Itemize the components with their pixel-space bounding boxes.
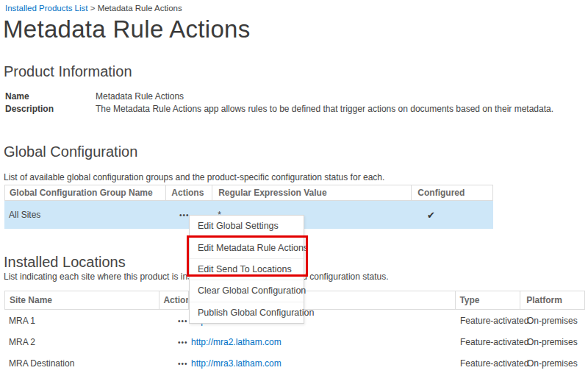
global-configuration-table-header: Global Configuration Group Name Actions …	[4, 185, 493, 201]
product-description-row: DescriptionThe Metadata Rule Actions app…	[5, 104, 553, 114]
actions-context-menu: Edit Global Settings Edit Metadata Rule …	[189, 215, 304, 324]
breadcrumb-separator: >	[88, 4, 98, 13]
type-cell: Feature-activated	[456, 358, 521, 369]
menu-item-edit-metadata-rule-actions[interactable]: Edit Metadata Rule Actions	[190, 236, 304, 258]
table-row-mra-2: MRA 2 ••• http://mra2.latham.com Feature…	[4, 331, 585, 352]
header-platform: Platform	[520, 291, 584, 309]
site-name-cell: MRA 2	[4, 337, 159, 347]
breadcrumb-current: Metadata Rule Actions	[98, 4, 182, 13]
group-name-cell: All Sites	[4, 210, 166, 220]
menu-item-edit-global-settings[interactable]: Edit Global Settings	[190, 216, 304, 236]
section-heading-global-configuration: Global Configuration	[4, 143, 137, 160]
platform-cell: On-premises	[521, 316, 585, 326]
product-name-row: NameMetadata Rule Actions	[5, 91, 184, 102]
product-name-label: Name	[5, 91, 96, 102]
row-actions-ellipsis-icon[interactable]: •••	[179, 211, 190, 219]
platform-cell: On-premises	[521, 358, 585, 369]
table-row-mra-destination: MRA Destination ••• http://mra3.latham.c…	[4, 352, 585, 374]
section-heading-product-information: Product Information	[4, 63, 132, 80]
breadcrumb-link-installed-products[interactable]: Installed Products List	[5, 4, 88, 13]
header-global-configuration-group-name: Global Configuration Group Name	[5, 185, 166, 200]
configured-check-icon: ✔	[427, 210, 435, 221]
page-title: Metadata Rule Actions	[3, 15, 251, 44]
header-configured: Configured	[412, 185, 492, 200]
section-heading-installed-locations: Installed Locations	[4, 254, 126, 271]
type-cell: Feature-activated	[456, 337, 521, 347]
type-cell: Feature-activated	[456, 316, 521, 326]
breadcrumb: Installed Products List > Metadata Rule …	[5, 4, 182, 13]
site-url-link[interactable]: http://mra2.latham.com	[191, 337, 282, 347]
row-actions-ellipsis-icon[interactable]: •••	[178, 338, 188, 347]
product-description-label: Description	[5, 104, 96, 114]
menu-item-edit-send-to-locations[interactable]: Edit Send To Locations	[190, 258, 304, 280]
menu-item-clear-global-configuration[interactable]: Clear Global Configuration	[190, 280, 304, 301]
header-actions: Actions	[159, 291, 189, 309]
menu-item-publish-global-configuration[interactable]: Publish Global Configuration	[190, 302, 304, 323]
platform-cell: On-premises	[521, 337, 585, 347]
global-configuration-subtitle: List of available global configuration g…	[4, 172, 384, 182]
product-description-value: The Metadata Rule Actions app allows rul…	[96, 104, 553, 114]
header-actions: Actions	[166, 185, 212, 200]
row-actions-ellipsis-icon[interactable]: •••	[178, 360, 188, 368]
row-actions-ellipsis-icon[interactable]: •••	[178, 317, 188, 325]
site-url-link[interactable]: http://mra3.latham.com	[191, 358, 282, 369]
product-name-value: Metadata Rule Actions	[96, 91, 184, 102]
header-site-name: Site Name	[5, 291, 159, 309]
header-regular-expression-value: Regular Expression Value	[212, 185, 412, 200]
site-name-cell: MRA Destination	[4, 358, 159, 369]
site-name-cell: MRA 1	[4, 316, 159, 326]
header-type: Type	[456, 291, 520, 309]
